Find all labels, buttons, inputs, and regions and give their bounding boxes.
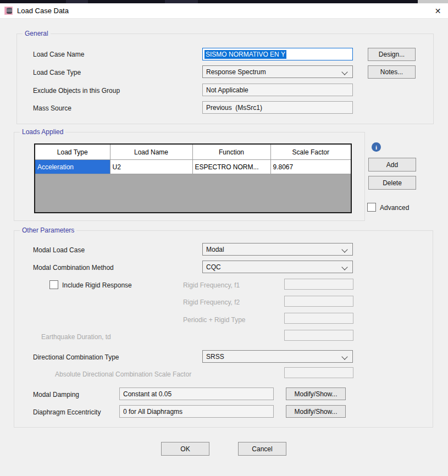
loads-applied-table[interactable]: Load Type Load Name Function Scale Facto…	[34, 143, 352, 213]
table-header-row: Load Type Load Name Function Scale Facto…	[35, 145, 351, 160]
loads-applied-group-label: Loads Applied	[20, 128, 65, 136]
abs-directional-scale-input[interactable]	[284, 367, 353, 378]
load-case-name-label: Load Case Name	[33, 51, 84, 58]
general-group-label: General	[23, 30, 51, 37]
rigid-frequency-f1-input[interactable]	[284, 279, 353, 290]
chevron-down-icon	[341, 246, 347, 252]
chevron-down-icon	[341, 264, 347, 270]
add-button[interactable]: Add	[368, 158, 416, 171]
modal-combination-label: Modal Combination Method	[33, 264, 114, 272]
cell-scale-factor[interactable]: 9.8067	[270, 160, 351, 174]
exclude-objects-label: Exclude Objects in this Group	[33, 87, 120, 95]
other-parameters-group-label: Other Parameters	[20, 226, 76, 234]
directional-combination-dropdown[interactable]: SRSS	[202, 350, 353, 363]
cell-load-type[interactable]: Acceleration	[35, 160, 110, 174]
modal-load-case-label: Modal Load Case	[33, 246, 85, 254]
modal-load-case-dropdown[interactable]: Modal	[202, 243, 353, 256]
load-case-type-value: Response Spectrum	[206, 68, 266, 76]
cancel-button[interactable]: Cancel	[238, 442, 286, 456]
load-case-name-input[interactable]: SISMO NORMATIVO EN Y	[202, 48, 353, 60]
design-button[interactable]: Design...	[368, 48, 416, 61]
modal-damping-value: Constant at 0.05	[119, 388, 274, 400]
info-icon[interactable]: i	[372, 142, 381, 152]
modal-damping-label: Modal Damping	[33, 391, 79, 398]
earthquake-duration-input[interactable]	[284, 330, 353, 341]
col-header-function[interactable]: Function	[192, 145, 270, 160]
col-header-load-type[interactable]: Load Type	[35, 145, 110, 160]
load-case-type-label: Load Case Type	[33, 69, 81, 76]
cell-load-name[interactable]: U2	[110, 160, 192, 174]
load-case-data-icon	[4, 6, 14, 15]
col-header-load-name[interactable]: Load Name	[110, 145, 192, 160]
directional-combination-value: SRSS	[206, 353, 224, 361]
directional-combination-label: Directional Combination Type	[33, 353, 119, 361]
modal-combination-dropdown[interactable]: CQC	[202, 261, 353, 273]
load-case-name-selected-text: SISMO NORMATIVO EN Y	[204, 50, 286, 59]
modal-load-case-value: Modal	[206, 246, 224, 253]
col-header-scale-factor[interactable]: Scale Factor	[270, 145, 351, 160]
chevron-down-icon	[341, 353, 347, 359]
include-rigid-response-checkbox[interactable]	[49, 280, 58, 289]
load-case-type-dropdown[interactable]: Response Spectrum	[202, 65, 353, 78]
cell-function[interactable]: ESPECTRO NORM...	[192, 160, 270, 174]
mass-source-label: Mass Source	[33, 104, 71, 112]
periodic-rigid-type-input[interactable]	[284, 313, 353, 324]
abs-directional-scale-label: Absolute Directional Combination Scale F…	[55, 370, 191, 378]
dialog-title: Load Case Data	[17, 7, 69, 15]
mass-source-value: Previous (MsSrc1)	[202, 101, 353, 114]
chevron-down-icon	[341, 69, 347, 75]
load-case-data-dialog: Load Case Data ✕ General Load Case Name …	[0, 0, 448, 476]
include-rigid-response-label: Include Rigid Response	[62, 281, 132, 289]
rigid-frequency-f2-label: Rigid Frequency, f2	[183, 298, 240, 306]
advanced-checkbox-label: Advanced	[380, 204, 409, 212]
exclude-objects-value: Not Applicable	[202, 84, 353, 96]
periodic-rigid-type-label: Periodic + Rigid Type	[183, 316, 246, 324]
rigid-frequency-f2-input[interactable]	[284, 296, 353, 307]
diaphragm-eccentricity-modify-button[interactable]: Modify/Show...	[286, 405, 346, 418]
earthquake-duration-label: Earthquake Duration, td	[41, 333, 111, 341]
notes-button[interactable]: Notes...	[368, 65, 416, 79]
close-icon[interactable]: ✕	[428, 3, 448, 18]
advanced-checkbox[interactable]	[367, 203, 376, 212]
rigid-frequency-f1-label: Rigid Frequency, f1	[183, 281, 240, 289]
table-row[interactable]: Acceleration U2 ESPECTRO NORM... 9.8067	[35, 160, 351, 174]
diaphragm-eccentricity-label: Diaphragm Eccentricity	[33, 408, 101, 416]
dialog-titlebar: Load Case Data ✕	[0, 3, 448, 19]
ok-button[interactable]: OK	[161, 442, 209, 456]
modal-combination-value: CQC	[206, 263, 221, 271]
diaphragm-eccentricity-value: 0 for All Diaphragms	[119, 405, 274, 418]
delete-button[interactable]: Delete	[368, 176, 416, 190]
modal-damping-modify-button[interactable]: Modify/Show...	[286, 388, 346, 400]
